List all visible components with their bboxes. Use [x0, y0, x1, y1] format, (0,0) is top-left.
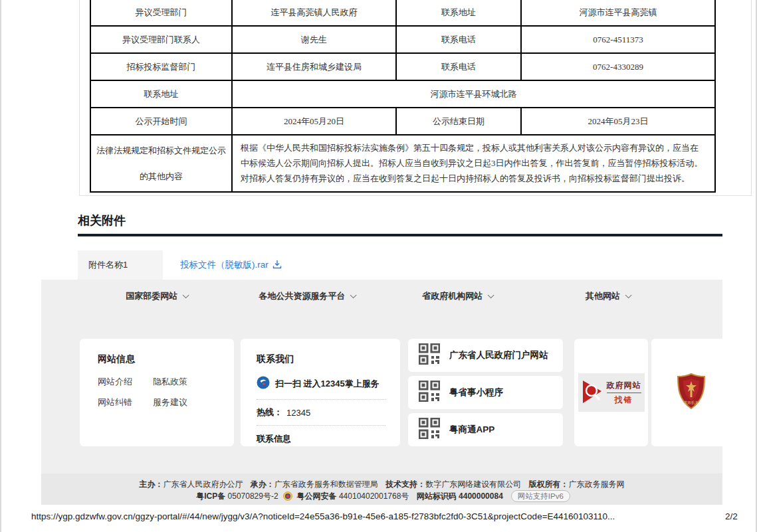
qr-link-yueshangtong-app[interactable]: 粤商通APP [408, 413, 563, 446]
link-service-suggestion[interactable]: 服务建议 [153, 397, 234, 408]
badge-line2: 找错 [607, 395, 641, 406]
icp-label: 粤ICP备 [196, 491, 225, 501]
attachment-file-name[interactable]: 投标文件（脱敏版).rar [180, 259, 269, 271]
nav-other-sites[interactable]: 其他网站 [532, 290, 683, 302]
table-label-text: 法律法规规定和招标文件规定公示的其他内容 [95, 137, 227, 189]
find-error-badge[interactable]: 政府网站 找错 [578, 373, 645, 412]
table-label-cell: 招标投标监督部门 [90, 53, 232, 80]
table-label-cell: 异议受理部门联系人 [90, 26, 232, 53]
site-info-card: 网站信息 网站介绍 隐私政策 网站纠错 服务建议 [80, 339, 234, 446]
table-row: 联系地址 河源市连平县环城北路 [90, 80, 715, 108]
nav-national-ministry-sites[interactable]: 国家部委网站 [81, 290, 231, 302]
table-legal-text-cell: 根据《中华人民共和国招标投标法实施条例》第五十四条规定，投标人或其他利害关系人对… [232, 135, 715, 192]
table-value-cell: 2024年05月20日 [232, 108, 396, 135]
gov-site-error-badge-card[interactable]: 政府网站 找错 [574, 339, 648, 446]
find-error-badge-text: 政府网站 找错 [607, 380, 641, 406]
print-preview-page: 异议受理部门 连平县高莞镇人民政府 联系地址 河源市连平县高莞镇 异议受理部门联… [0, 0, 757, 532]
notice-info-table: 异议受理部门 连平县高莞镇人民政府 联系地址 河源市连平县高莞镇 异议受理部门联… [90, 0, 716, 193]
scan-12345-text: 扫一扫 进入12345掌上服务 [275, 378, 379, 390]
friendly-links-bar: 国家部委网站 各地公共资源服务平台 省政府机构网站 其他网站 [41, 280, 722, 302]
chevron-down-icon [625, 292, 632, 298]
copyright-strip: 主办：广东省人民政府办公厅 承办：广东省政务服务和数据管理局 技术支持：数字广东… [41, 474, 722, 505]
copyright-line1: 主办：广东省人民政府办公厅 承办：广东省政务服务和数据管理局 技术支持：数字广东… [41, 478, 722, 490]
table-label-cell: 法律法规规定和招标文件规定公示的其他内容 [90, 135, 232, 192]
table-row: 异议受理部门联系人 谢先生 联系电话 0762-4511373 [90, 26, 715, 53]
table-label-cell: 联系地址 [90, 80, 232, 108]
chevron-down-icon [350, 292, 357, 298]
hotline-row: 热线： 12345 [257, 400, 385, 426]
contact-info-link[interactable]: 联系信息 [257, 426, 385, 445]
tech-support-value: 数字广东网络建设有限公司 [425, 480, 521, 489]
attachments-section-title: 相关附件 [78, 213, 126, 228]
table-value-cell: 河源市连平县环城北路 [232, 80, 715, 108]
copyright-line2: 粤ICP备 05070829号-2粤公网安备 44010402001768号 网… [41, 490, 722, 504]
gov-agency-shield-card[interactable]: 党政机关 [651, 339, 722, 446]
table-value-cell: 河源市连平县高莞镇 [521, 0, 715, 26]
table-label-cell: 联系电话 [396, 26, 521, 53]
tech-support-label: 技术支持： [385, 480, 425, 489]
psb-label: 粤公网安备 [297, 491, 337, 501]
ipv6-support-pill: 网站支持IPv6 [511, 490, 570, 502]
badge-divider [607, 393, 641, 393]
table-label-cell: 公示开始时间 [90, 108, 232, 135]
table-value-cell: 连平县高莞镇人民政府 [232, 0, 396, 26]
attachment-name-tab[interactable]: 附件名称1 [78, 250, 163, 280]
site-info-title: 网站信息 [98, 353, 234, 365]
table-value-cell: 连平县住房和城乡建设局 [232, 53, 396, 80]
attachment-download-link[interactable]: 投标文件（脱敏版).rar [180, 250, 282, 280]
find-error-magnifier-icon [582, 378, 604, 407]
qr-link-yueshengshi-miniapp[interactable]: 粤省事小程序 [408, 376, 563, 409]
qr-link-gd-gov-portal[interactable]: 广东省人民政府门户网站 [408, 339, 563, 372]
gov-agency-shield-icon: 党政机关 [677, 373, 705, 412]
police-badge-icon [283, 491, 292, 504]
link-privacy-policy[interactable]: 隐私政策 [153, 376, 234, 388]
nav-label: 各地公共资源服务平台 [259, 291, 345, 301]
attachment-row: 附件名称1 投标文件（脱敏版).rar [78, 250, 722, 280]
icp-number[interactable]: 05070829号-2 [228, 491, 278, 501]
hotline-number: 12345 [286, 408, 310, 418]
nav-public-resource-platforms[interactable]: 各地公共资源服务平台 [231, 290, 381, 302]
section-divider-bar [78, 234, 722, 236]
psb-number[interactable]: 44010402001768号 [339, 491, 409, 501]
qr-code-icon [419, 381, 440, 404]
page-url-text: https://ygp.gdzwfw.gov.cn/ggzy-portal/#/… [31, 511, 615, 521]
table-value-cell: 0762-4511373 [521, 26, 715, 53]
copyright-owner-label: 版权所有： [529, 480, 569, 489]
table-row: 公示开始时间 2024年05月20日 公示结束日期 2024年05月23日 [90, 108, 715, 135]
scan-12345-row[interactable]: 扫一扫 进入12345掌上服务 [257, 376, 385, 400]
site-code-label: 网站标识码 [417, 491, 457, 501]
table-label-cell: 异议受理部门 [90, 0, 232, 26]
nav-label: 国家部委网站 [126, 291, 177, 301]
table-value-cell: 0762-4330289 [521, 53, 715, 80]
contact-title: 联系我们 [257, 353, 385, 365]
table-label-cell: 联系电话 [396, 53, 521, 80]
site-footer-band: 国家部委网站 各地公共资源服务平台 省政府机构网站 其他网站 网站信息 网站介绍… [41, 280, 722, 474]
table-label-cell: 公示结束日期 [396, 108, 521, 135]
qr-link-label: 粤商通APP [449, 424, 494, 436]
table-row: 招标投标监督部门 连平县住房和城乡建设局 联系电话 0762-4330289 [90, 53, 715, 80]
chevron-down-icon [183, 292, 189, 298]
page-number-indicator: 2/2 [725, 511, 738, 521]
sponsor-label: 主办： [139, 480, 163, 489]
site-code-value: 4400000084 [459, 491, 503, 501]
sponsor-value: 广东省人民政府办公厅 [163, 480, 243, 489]
nav-provincial-gov-sites[interactable]: 省政府机构网站 [382, 290, 532, 302]
table-row: 法律法规规定和招标文件规定公示的其他内容 根据《中华人民共和国招标投标法实施条例… [90, 135, 715, 192]
table-value-cell: 2024年05月23日 [521, 108, 715, 135]
table-row: 异议受理部门 连平县高莞镇人民政府 联系地址 河源市连平县高莞镇 [90, 0, 715, 26]
table-label-cell: 联系地址 [396, 0, 521, 26]
organizer-value: 广东省政务服务和数据管理局 [274, 480, 378, 489]
12345-service-icon [257, 376, 270, 391]
shield-label-text: 党政机关 [684, 400, 699, 405]
print-footer-bar: https://ygp.gdzwfw.gov.cn/ggzy-portal/#/… [1, 509, 756, 525]
qr-link-label: 粤省事小程序 [449, 387, 503, 399]
organizer-label: 承办： [251, 480, 274, 489]
qr-code-icon [419, 418, 440, 442]
table-value-cell: 谢先生 [232, 26, 396, 53]
badge-line1: 政府网站 [607, 380, 641, 391]
copyright-owner-value: 广东政务服务网 [569, 480, 625, 489]
link-site-error-report[interactable]: 网站纠错 [98, 397, 153, 408]
qr-code-icon [419, 343, 440, 367]
download-icon[interactable] [272, 260, 282, 271]
link-site-intro[interactable]: 网站介绍 [98, 376, 153, 388]
